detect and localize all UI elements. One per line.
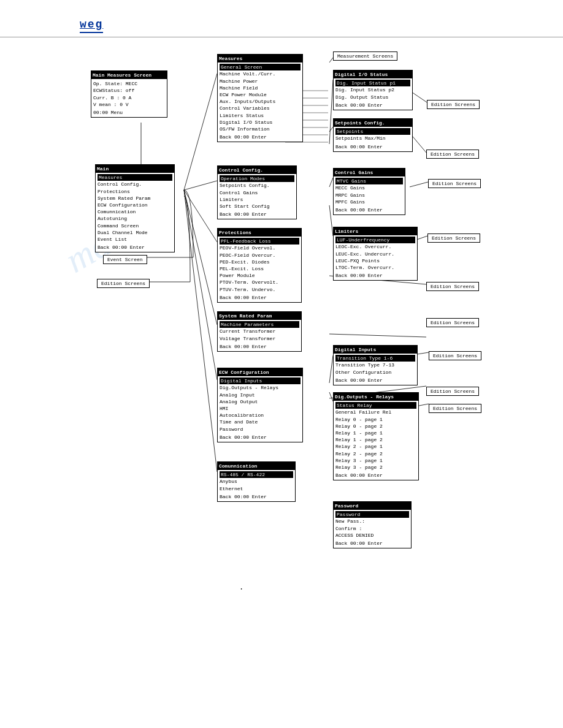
password-screen: Password Password New Pass.: Confirm : A… xyxy=(333,501,412,548)
dig-outputs-screen: Dig.Outputs - Relays Status Relay Genera… xyxy=(333,392,419,480)
svg-line-17 xyxy=(329,334,426,337)
control-config-title: Control Config. xyxy=(218,166,296,174)
communication-screen: Comunnication RS-485 / RS-422 Anybus Eth… xyxy=(217,461,296,502)
svg-line-13 xyxy=(410,182,428,187)
top-divider xyxy=(0,37,563,37)
main-measures-screen: Main Measures Screen Op. State: MECC ECW… xyxy=(91,70,167,118)
svg-line-2 xyxy=(184,181,217,190)
edition-screens-dio: Edition Screens xyxy=(427,100,480,109)
main-measures-title: Main Measures Screen xyxy=(91,71,167,79)
limiters-screen: Limiters LUF-Underfrequency LEOC-Exc. Ov… xyxy=(333,227,418,281)
dig-outputs-title: Dig.Outputs - Relays xyxy=(334,393,418,401)
edition-screens-limiters: Edition Screens xyxy=(427,233,480,243)
edition-screens-control-gains: Edition Screens xyxy=(428,179,481,188)
main-menu-title: Main xyxy=(96,165,174,173)
measurement-screens-label: Measurement Screens xyxy=(333,51,397,61)
edition-screens-sys-rated: Edition Screens xyxy=(426,318,479,327)
svg-line-1 xyxy=(184,74,217,190)
edition-screens-ecw: Edition Screens xyxy=(426,387,479,396)
measures-menu-title: Measures xyxy=(218,55,302,63)
edition-screens-main: Edition Screens xyxy=(97,279,150,288)
sys-rated-title: System Rated Param xyxy=(218,312,301,320)
control-config-screen: Control Config. Operation Modes Setpoint… xyxy=(217,165,297,219)
digital-io-screen: Digital I/O Status Dig. Input Status p1 … xyxy=(333,70,413,110)
digital-io-title: Digital I/O Status xyxy=(334,70,412,78)
svg-line-5 xyxy=(184,190,217,380)
event-screen-label: Event Screen xyxy=(103,255,147,264)
svg-line-6 xyxy=(184,190,217,472)
edition-screens-setpoints: Edition Screens xyxy=(426,150,479,159)
ecw-config-title: ECW Configuration xyxy=(218,368,302,376)
page-dot: · xyxy=(239,585,243,594)
measures-menu-screen: Measures General Screen Machine Volt./Cu… xyxy=(217,54,303,142)
protections-title: Protections xyxy=(218,229,301,237)
digital-inputs-screen: Digital Inputs Transition Type 1-6 Trans… xyxy=(333,345,418,385)
sys-rated-screen: System Rated Param Machine Parameters Cu… xyxy=(217,311,302,352)
ecw-config-screen: ECW Configuration Digital Inputs Dig.Out… xyxy=(217,368,303,442)
logo: weg xyxy=(80,18,103,33)
main-menu-screen: Main Measures Control Config. Protection… xyxy=(95,164,175,252)
limiters-title: Limiters xyxy=(334,227,417,235)
protections-screen: Protections PFL-Feedback Loss PEOV-Field… xyxy=(217,228,302,303)
password-title: Password xyxy=(334,502,411,510)
communication-title: Comunnication xyxy=(218,462,295,470)
digital-inputs-title: Digital Inputs xyxy=(334,346,417,354)
edition-screens-digital-inputs: Edition Screens xyxy=(429,351,481,360)
control-gains-title: Control Gains xyxy=(334,169,405,176)
control-gains-screen: Control Gains MTVC Gains MECC Gains MRPC… xyxy=(333,168,405,215)
svg-line-4 xyxy=(184,190,217,325)
setpoints-config-screen: Setpoints Config. Setpoints Setpoints Ma… xyxy=(333,118,413,152)
svg-line-3 xyxy=(184,190,217,242)
edition-screens-protections: Edition Screens xyxy=(426,282,479,291)
setpoints-config-title: Setpoints Config. xyxy=(334,119,412,127)
edition-screens-dig-outputs: Edition Screens xyxy=(429,404,481,413)
